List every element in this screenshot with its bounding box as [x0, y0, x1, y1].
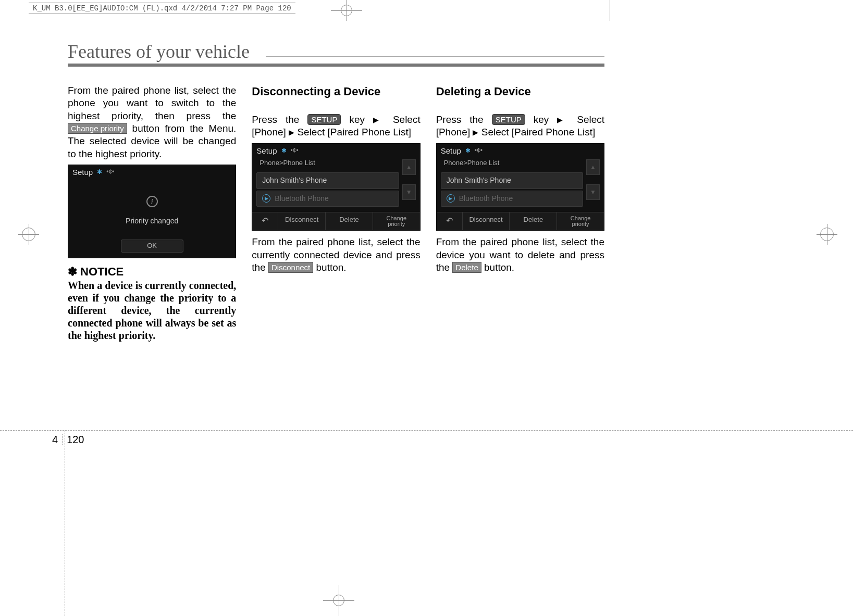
footer-delete-button[interactable]: Delete [510, 212, 557, 230]
play-icon: ▶ [447, 194, 455, 203]
footer-disconnect-button[interactable]: Disconnect [278, 212, 326, 230]
list-item-label: John Smith's Phone [262, 176, 327, 185]
notice-body: When a device is currently connected, ev… [68, 279, 236, 342]
col3-l1b: key [534, 114, 549, 125]
scroll-arrows: ▲ ▼ [586, 159, 600, 200]
col2-after-b: button. [316, 262, 347, 273]
chg2: priority [572, 221, 589, 227]
bluetooth-icon: ✱ [281, 147, 287, 155]
list-item-label: John Smith's Phone [447, 176, 511, 185]
scroll-down-button[interactable]: ▼ [402, 184, 416, 200]
screenshot-phone-list-delete: Setup ✱ •¢• Phone>Phone List John Smith'… [436, 143, 604, 231]
col2-l1a: Press the [252, 114, 307, 125]
setup-key-label: SETUP [492, 114, 525, 125]
triangle-icon: ▶ [373, 116, 385, 124]
footer-delete-button[interactable]: Delete [326, 212, 373, 230]
scroll-down-button[interactable]: ▼ [586, 184, 600, 200]
scroll-arrows: ▲ ▼ [402, 159, 416, 200]
col2-after: From the paired phone list, select the c… [252, 236, 420, 274]
col3-after: From the paired phone list, select the d… [436, 236, 604, 274]
triangle-icon: ▶ [289, 128, 294, 136]
bluetooth-icon: ✱ [97, 168, 102, 176]
priority-changed-text: Priority changed [68, 217, 236, 226]
column-1: From the paired phone list, select the p… [68, 84, 236, 342]
screenshot-priority-changed: Setup ✱ •¢• i Priority changed OK [68, 165, 236, 258]
footer-change-priority-button[interactable]: Change priority [557, 212, 604, 230]
col1-para1a: From the paired phone list, select the p… [68, 85, 236, 121]
title-rule-thick [68, 64, 604, 67]
play-icon: ▶ [262, 194, 270, 203]
col2-l1d: Select [Paired Phone List] [297, 127, 411, 137]
col3-l1d: Select [Paired Phone List] [481, 127, 596, 137]
setup-key-label: SETUP [307, 114, 341, 125]
crop-mark-top [331, 0, 362, 21]
shot1-title: Setup [72, 167, 93, 177]
col3-instruction: Press the SETUP key ▶ Select [Phone] ▶ S… [436, 114, 604, 139]
trim-line-vertical [65, 430, 65, 616]
list-item-label: Bluetooth Phone [275, 194, 329, 204]
body-columns: From the paired phone list, select the p… [68, 84, 604, 342]
notice-heading: ✽ NOTICE [68, 265, 236, 279]
shot3-header: Setup ✱ •¢• [437, 144, 604, 158]
delete-button-label: Delete [452, 262, 481, 273]
column-2: Disconnecting a Device Press the SETUP k… [252, 84, 420, 342]
chg2: priority [388, 221, 405, 227]
bluetooth-icon: ✱ [465, 147, 471, 155]
page-title: Features of your vehicle [68, 41, 250, 62]
col2-instruction: Press the SETUP key ▶ Select [Phone] ▶ S… [252, 114, 420, 139]
col2-l1b: key [349, 114, 365, 125]
list-item-label: Bluetooth Phone [459, 194, 513, 204]
shot3-breadcrumb: Phone>Phone List [437, 158, 604, 171]
scroll-up-button[interactable]: ▲ [402, 159, 416, 175]
list-item[interactable]: John Smith's Phone [441, 172, 583, 189]
notice-label: NOTICE [77, 265, 123, 278]
list-item[interactable]: John Smith's Phone [256, 172, 399, 189]
notice-asterisk-icon: ✽ [68, 265, 77, 278]
title-rule-thin [266, 56, 604, 57]
info-icon: i [146, 196, 158, 207]
shot2-header: Setup ✱ •¢• [252, 144, 419, 158]
trim-line-horizontal [0, 430, 853, 431]
page-number-value: 120 [62, 434, 84, 445]
back-button[interactable]: ↶ [437, 212, 463, 230]
shot3-title: Setup [441, 146, 461, 156]
footer-disconnect-button[interactable]: Disconnect [463, 212, 510, 230]
col2-heading: Disconnecting a Device [252, 84, 420, 99]
triangle-icon: ▶ [473, 128, 478, 136]
registration-mark-right [817, 224, 837, 245]
trim-mark-right [610, 0, 610, 21]
crop-mark-bottom [323, 585, 354, 616]
footer-change-priority-button[interactable]: Change priority [373, 212, 420, 230]
scroll-up-button[interactable]: ▲ [586, 159, 600, 175]
triangle-icon: ▶ [557, 116, 568, 124]
mute-icon: •¢• [106, 168, 114, 176]
col1-paragraph: From the paired phone list, select the p… [68, 84, 236, 160]
col3-after-b: button. [484, 262, 514, 273]
shot1-header: Setup ✱ •¢• [68, 165, 236, 179]
col3-l1a: Press the [436, 114, 492, 125]
screenshot-phone-list-disconnect: Setup ✱ •¢• Phone>Phone List John Smith'… [252, 143, 420, 231]
back-button[interactable]: ↶ [252, 212, 278, 230]
disconnect-button-label: Disconnect [268, 262, 313, 273]
print-slug: K_UM B3.0[EE_EG]AUDIO:CM (FL).qxd 4/2/20… [29, 3, 295, 14]
page-number: 4120 [52, 434, 84, 446]
shot2-footer: ↶ Disconnect Delete Change priority [252, 212, 419, 230]
mute-icon: •¢• [291, 147, 299, 155]
list-item[interactable]: ▶ Bluetooth Phone [441, 191, 583, 207]
ok-button[interactable]: OK [121, 240, 183, 253]
section-number: 4 [52, 434, 62, 445]
registration-mark-left [18, 224, 39, 245]
shot1-body: i Priority changed [68, 179, 236, 235]
column-3: Deleting a Device Press the SETUP key ▶ … [436, 84, 604, 342]
mute-icon: •¢• [475, 147, 483, 155]
shot2-title: Setup [256, 146, 277, 156]
list-item[interactable]: ▶ Bluetooth Phone [256, 191, 399, 207]
col3-heading: Deleting a Device [436, 84, 604, 99]
shot3-footer: ↶ Disconnect Delete Change priority [437, 212, 604, 230]
shot2-breadcrumb: Phone>Phone List [252, 158, 419, 171]
change-priority-button-label: Change priority [68, 123, 127, 134]
